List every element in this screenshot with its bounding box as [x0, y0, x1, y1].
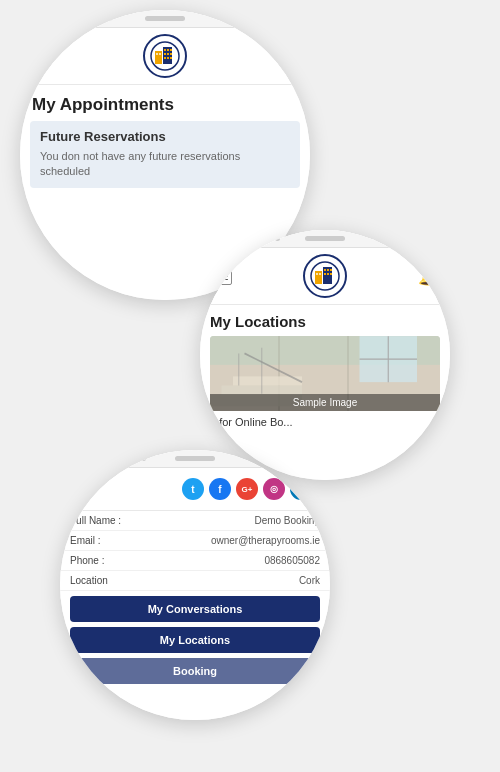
- svg-rect-6: [167, 49, 169, 51]
- my-locations-button[interactable]: My Locations: [70, 627, 320, 653]
- svg-rect-18: [319, 273, 321, 275]
- hamburger-menu-bot[interactable]: [70, 480, 92, 498]
- future-reservations-title: Future Reservations: [40, 129, 290, 144]
- hamburger-line-3-mid: [216, 279, 228, 281]
- logo-buildings-icon-mid: [310, 261, 340, 291]
- phone-notch-bot: [175, 456, 215, 461]
- phone-bar-top: [20, 10, 310, 28]
- hamburger-line-2: [36, 55, 48, 57]
- svg-rect-15: [315, 271, 322, 284]
- future-reservations-box: Future Reservations You don not have any…: [30, 121, 300, 188]
- hamburger-line-3-bot: [76, 492, 88, 494]
- svg-rect-3: [156, 53, 158, 55]
- social-icons-row: t f G+ ◎ in: [174, 474, 320, 504]
- hamburger-line-2-mid: [216, 275, 228, 277]
- svg-rect-22: [324, 273, 326, 275]
- svg-rect-4: [159, 53, 161, 55]
- svg-rect-1: [155, 51, 162, 64]
- appointments-title: My Appointments: [20, 85, 310, 121]
- hamburger-line-1-mid: [216, 272, 228, 274]
- svg-rect-9: [167, 53, 169, 55]
- google-icon[interactable]: G+: [236, 478, 258, 500]
- svg-rect-21: [330, 269, 332, 271]
- svg-rect-12: [167, 57, 169, 59]
- profile-circle: t f G+ ◎ in Full Name : Demo Booking Ema…: [60, 450, 330, 720]
- hamburger-line-2-bot: [76, 488, 88, 490]
- hamburger-line-1-bot: [76, 485, 88, 487]
- phone-notch: [145, 16, 185, 21]
- notification-bell[interactable]: 🔔 7: [278, 45, 300, 67]
- bell-badge: 7: [290, 41, 304, 55]
- app-header-locations: 🔔 7: [200, 248, 450, 305]
- twitter-icon[interactable]: t: [182, 478, 204, 500]
- hamburger-line-3: [36, 59, 48, 61]
- email-value: owner@therapyrooms.ie: [211, 535, 320, 546]
- phone-dot: [107, 16, 112, 21]
- svg-rect-20: [327, 269, 329, 271]
- svg-rect-7: [170, 49, 172, 51]
- app-header-profile: t f G+ ◎ in: [60, 468, 330, 511]
- location-field: Location Cork: [60, 571, 330, 591]
- fullname-value: Demo Booking: [254, 515, 320, 526]
- email-label: Email :: [70, 535, 101, 546]
- booking-text: g for Online Bo...: [200, 411, 450, 433]
- phone-dot-mid: [275, 236, 280, 241]
- email-field: Email : owner@therapyrooms.ie: [60, 531, 330, 551]
- app-logo: [143, 34, 187, 78]
- svg-rect-11: [164, 57, 166, 59]
- hamburger-line-1: [36, 52, 48, 54]
- location-image: Sample Image: [210, 336, 440, 411]
- phone-bar-mid: [200, 230, 450, 248]
- hamburger-menu[interactable]: [30, 47, 52, 65]
- svg-rect-13: [170, 57, 172, 59]
- app-header-appointments: 🔔 7: [20, 28, 310, 85]
- svg-rect-23: [327, 273, 329, 275]
- phone-notch-mid: [305, 236, 345, 241]
- phone-label: Phone :: [70, 555, 104, 566]
- location-value: Cork: [299, 575, 320, 586]
- phone-bar-bot: [60, 450, 330, 468]
- locations-title: My Locations: [200, 305, 450, 336]
- bell-badge-mid: 7: [430, 261, 444, 275]
- svg-rect-8: [164, 53, 166, 55]
- fullname-field: Full Name : Demo Booking: [60, 511, 330, 531]
- phone-value: 0868605082: [264, 555, 320, 566]
- svg-rect-24: [330, 273, 332, 275]
- notification-bell-mid[interactable]: 🔔 7: [418, 265, 440, 287]
- svg-rect-19: [324, 269, 326, 271]
- facebook-icon[interactable]: f: [209, 478, 231, 500]
- svg-rect-17: [316, 273, 318, 275]
- locations-circle: 🔔 7 My Locations: [200, 230, 450, 480]
- phone-field: Phone : 0868605082: [60, 551, 330, 571]
- logo-buildings-icon: [150, 41, 180, 71]
- hamburger-menu-mid[interactable]: [210, 267, 232, 285]
- my-conversations-button[interactable]: My Conversations: [70, 596, 320, 622]
- linkedin-icon[interactable]: in: [290, 478, 312, 500]
- phone-dot-bot: [141, 456, 146, 461]
- svg-rect-5: [164, 49, 166, 51]
- svg-rect-10: [170, 53, 172, 55]
- future-reservations-text: You don not have any future reservations…: [40, 149, 290, 180]
- fullname-label: Full Name :: [70, 515, 121, 526]
- image-caption: Sample Image: [210, 394, 440, 411]
- booking-button[interactable]: Booking: [70, 658, 320, 684]
- location-label: Location: [70, 575, 108, 586]
- instagram-icon[interactable]: ◎: [263, 478, 285, 500]
- app-logo-mid: [303, 254, 347, 298]
